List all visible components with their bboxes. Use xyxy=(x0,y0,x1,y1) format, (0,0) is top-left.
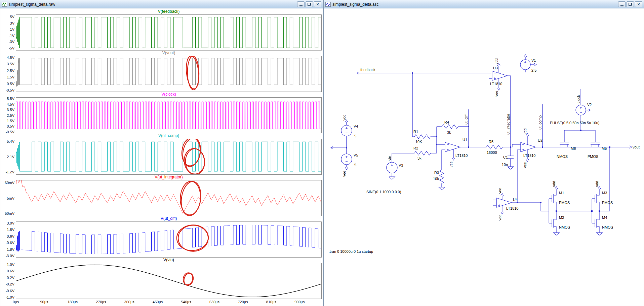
voltage-source-symbol[interactable] xyxy=(576,105,586,115)
schematic-label[interactable]: SINE(0 1 1000 0 0 0) xyxy=(366,190,401,194)
schematic-label[interactable]: PMOS xyxy=(602,201,613,205)
waveform-canvas-diff[interactable] xyxy=(16,222,321,257)
close-button[interactable]: × xyxy=(635,1,642,7)
schematic-label[interactable]: U2 xyxy=(538,138,542,142)
opamp-symbol[interactable] xyxy=(492,71,507,80)
plot-box-comp[interactable] xyxy=(16,139,322,175)
schematic-label[interactable]: vdd xyxy=(552,181,556,187)
schematic-label[interactable]: LT1810 xyxy=(455,154,468,158)
schematic-label[interactable]: feedback xyxy=(360,68,375,72)
waveform-canvas-clock[interactable] xyxy=(16,98,321,133)
schematic-label[interactable]: ut_diff xyxy=(464,114,468,125)
wire[interactable] xyxy=(484,145,505,149)
voltage-source-symbol[interactable] xyxy=(520,60,530,70)
schematic-label[interactable]: M6 xyxy=(571,146,576,150)
plot-box-clock[interactable] xyxy=(16,97,322,133)
wire[interactable] xyxy=(630,146,632,148)
waveform-canvas-vout[interactable] xyxy=(16,56,321,92)
schematic-label[interactable]: vdd xyxy=(342,114,346,121)
trace-label-vin[interactable]: V(vin) xyxy=(0,258,322,263)
waveform-titlebar[interactable]: simplest_sigma_delta.raw × xyxy=(0,0,323,8)
schematic-label[interactable]: LT1810 xyxy=(490,82,502,86)
schematic-label[interactable]: vee xyxy=(342,171,346,177)
wire[interactable] xyxy=(524,55,527,57)
schematic-label[interactable]: R4 xyxy=(444,120,449,124)
wire[interactable] xyxy=(564,115,581,142)
trace-label-diff[interactable]: V(ut_diff) xyxy=(0,216,322,222)
schematic-label[interactable]: ut_integrator xyxy=(506,114,510,135)
schematic-titlebar[interactable]: simplest_sigma_delta.asc × xyxy=(324,0,644,8)
schematic-label[interactable]: R3 xyxy=(434,171,439,175)
schematic-label[interactable]: R2 xyxy=(413,146,418,150)
trace-label-vout[interactable]: V(vout) xyxy=(0,50,322,56)
close-button[interactable]: × xyxy=(314,1,321,7)
wire[interactable] xyxy=(554,216,556,220)
opamp-symbol[interactable] xyxy=(445,142,460,152)
plot-box-vout[interactable] xyxy=(16,56,322,92)
wire[interactable] xyxy=(507,76,511,147)
waveform-canvas-feedback[interactable] xyxy=(16,15,321,50)
schematic-label[interactable]: U4 xyxy=(513,198,518,202)
wire[interactable] xyxy=(597,216,599,220)
schematic-label[interactable]: NMOS xyxy=(602,225,613,229)
voltage-source-symbol[interactable] xyxy=(341,154,352,165)
schematic-label[interactable]: V2 xyxy=(587,103,592,107)
wire[interactable] xyxy=(412,135,433,139)
opamp-symbol[interactable] xyxy=(521,142,536,152)
wire[interactable] xyxy=(508,167,514,169)
plot-pane-comp[interactable]: V(üt_comp)5.4V2.1V-1.2V xyxy=(0,133,322,175)
wire[interactable] xyxy=(554,202,556,206)
schematic-label[interactable]: PMOS xyxy=(588,155,598,159)
voltage-source-symbol[interactable] xyxy=(387,162,397,173)
plot-pane-clock[interactable]: V(clock)5.5V4.5V3.5V2.5V1.5V0.5V-0.5V xyxy=(0,92,322,133)
schematic-label[interactable]: 3k xyxy=(417,156,421,160)
schematic-label[interactable]: vee xyxy=(523,162,527,168)
plot-pane-vout[interactable]: V(vout)4.5V3.5V2.5V1.5V0.5V-0.5V xyxy=(0,50,322,92)
schematic-label[interactable]: M4 xyxy=(602,215,607,219)
schematic-label[interactable]: V5 xyxy=(354,153,358,157)
schematic-label[interactable]: PMOS xyxy=(559,201,570,205)
schematic-label[interactable]: vee xyxy=(498,214,502,220)
schematic-label[interactable]: 5 xyxy=(354,163,356,167)
schematic-label[interactable]: V4 xyxy=(354,124,358,128)
schematic-label[interactable]: M2 xyxy=(559,215,564,219)
schematic-label[interactable]: vee xyxy=(494,91,498,97)
voltage-source-symbol[interactable] xyxy=(341,125,352,136)
plot-box-feedback[interactable] xyxy=(16,14,322,50)
plot-box-vin[interactable] xyxy=(16,263,322,299)
wire[interactable] xyxy=(517,150,521,203)
plot-pane-feedback[interactable]: V(feedback)5V3V1V-1V-3V-5V xyxy=(0,9,322,50)
schematic-label[interactable]: 10n xyxy=(502,163,508,167)
schematic-label[interactable]: R5 xyxy=(489,140,493,144)
schematic-label[interactable]: vin xyxy=(388,156,392,161)
schematic-canvas[interactable]: feedbackU3LT1810vddveeV12.5V45V55vddveeV… xyxy=(324,8,644,306)
waveform-plot-area[interactable]: V(feedback)5V3V1V-1V-3V-5VV(vout)4.5V3.5… xyxy=(0,8,323,306)
wire[interactable] xyxy=(501,212,504,214)
schematic-label[interactable]: C1 xyxy=(503,155,508,159)
schematic-label[interactable]: V1 xyxy=(531,58,536,62)
opamp-symbol[interactable] xyxy=(496,198,512,207)
wire[interactable] xyxy=(497,88,500,90)
wire[interactable] xyxy=(553,233,559,235)
schematic-label[interactable]: M3 xyxy=(602,191,607,195)
waveform-canvas-vin[interactable] xyxy=(16,263,321,299)
minimize-button[interactable] xyxy=(297,1,305,7)
schematic-label[interactable]: 16000 xyxy=(487,150,497,155)
trace-label-comp[interactable]: V(üt_comp) xyxy=(0,133,322,139)
wire[interactable] xyxy=(534,63,536,66)
schematic-svg[interactable]: feedbackU3LT1810vddveeV12.5V45V55vddveeV… xyxy=(324,8,644,306)
schematic-label[interactable]: LT1810 xyxy=(523,154,536,158)
waveform-canvas-integ[interactable] xyxy=(16,180,321,216)
schematic-label[interactable]: vee xyxy=(449,161,453,167)
schematic-label[interactable]: vdd xyxy=(595,181,599,187)
schematic-label[interactable]: vdd xyxy=(523,128,527,134)
trace-label-clock[interactable]: V(clock) xyxy=(0,92,322,97)
schematic-label[interactable]: clock xyxy=(576,95,580,103)
wire[interactable] xyxy=(597,191,599,195)
schematic-label[interactable]: vout xyxy=(633,145,640,149)
schematic-label[interactable]: 10k xyxy=(433,177,439,181)
schematic-label[interactable]: R1 xyxy=(413,130,418,134)
trace-label-feedback[interactable]: V(feedback) xyxy=(0,9,322,14)
waveform-canvas-comp[interactable] xyxy=(16,139,321,174)
plot-box-integ[interactable] xyxy=(16,180,322,216)
